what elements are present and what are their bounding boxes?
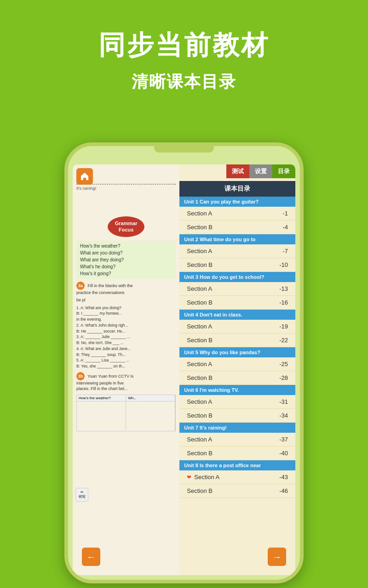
- weather-row-5: How's it going?: [80, 270, 172, 277]
- phone-screen: 测试 设置 目录 It's raining! Grammar Focus How…: [73, 164, 295, 575]
- weather-phrases-table: How's the weather? What are you doing? W…: [76, 241, 176, 279]
- grammar-focus-badge: Grammar Focus: [108, 216, 144, 237]
- weather-row-3: What are they doing?: [80, 256, 172, 263]
- dialogue-3a: 3. A: _______ Julie _______ ...: [76, 334, 176, 340]
- nav-left-arrow[interactable]: ←: [82, 548, 100, 566]
- raining-label: It's raining!: [73, 186, 179, 191]
- left-panel: It's raining! Grammar Focus How's the we…: [73, 164, 179, 575]
- toc-unit-2: Unit 2 What time do you go to: [179, 234, 295, 244]
- toc-section-u2b[interactable]: Section B -10: [179, 258, 295, 272]
- toc-section-u6b[interactable]: Section B -34: [179, 409, 295, 423]
- toc-unit-1: Unit 1 Can you play the guitar?: [179, 197, 295, 207]
- weather-row-1: How's the weather?: [80, 243, 172, 249]
- dialogue-1b: B: I _______ my homew...: [76, 311, 176, 317]
- dialogue-3b: B: No, she isn't. She ___ ...: [76, 340, 176, 346]
- exercise-3b: 3b Yuan Yuan from CCTV isinterviewing pe…: [76, 372, 176, 392]
- pencil-icon: ✏: [78, 490, 86, 494]
- toc-section-u7b[interactable]: Section B -40: [179, 447, 295, 460]
- toc-unit-8: Unit 8 Is there a post office near: [179, 460, 295, 470]
- dialogue-1c: in the evening.: [76, 317, 176, 322]
- toc-section-u1b[interactable]: Section B -4: [179, 220, 295, 234]
- toc-section-u5b[interactable]: Section B -28: [179, 371, 295, 385]
- weather-row-4: What's he doing?: [80, 263, 172, 270]
- toc-unit-7: Unit 7 It's raining!: [179, 423, 295, 433]
- phone-notch: [154, 146, 214, 153]
- header: 同步当前教材 清晰课本目录: [0, 0, 368, 93]
- toc-section-u3a[interactable]: Section A -13: [179, 282, 295, 296]
- nav-right-arrow[interactable]: →: [268, 548, 286, 566]
- toc-section-u3b[interactable]: Section B -16: [179, 296, 295, 310]
- chart-col-2: Wh...: [126, 395, 175, 401]
- toc-panel: 课本目录 Unit 1 Can you play the guitar? Sec…: [179, 164, 295, 575]
- settings-button[interactable]: 设置: [249, 164, 272, 178]
- dialogue-5b: B: Yes, she _______ on th...: [76, 363, 176, 369]
- chart-col-1: How's the weather?: [77, 395, 126, 401]
- exercise-label-3b: 3b: [76, 372, 85, 380]
- exercise-3a: 3a Fill in the blanks with thepractice t…: [76, 282, 176, 302]
- toc-header: 课本目录: [179, 181, 295, 197]
- dialogue-1a: 1. A: What are you doing?: [76, 305, 176, 311]
- sub-title: 清晰课本目录: [0, 71, 368, 93]
- exercise-label-3a: 3a: [76, 282, 85, 290]
- dialogue-2a: 2. A: What's John doing righ...: [76, 322, 176, 328]
- toc-section-u5a[interactable]: Section A -25: [179, 357, 295, 371]
- toc-unit-3: Unit 3 How do you get to school?: [179, 272, 295, 282]
- toc-unit-5: Unit 5 Why do you like pandas?: [179, 347, 295, 357]
- toc-section-u7a[interactable]: Section A -37: [179, 433, 295, 447]
- toc-section-u8a[interactable]: ❤ Section A -43: [179, 470, 295, 484]
- toc-unit-4: Unit 4 Don't eat in class.: [179, 310, 295, 320]
- blank-words: be pl: [76, 298, 176, 302]
- toc-section-u6a[interactable]: Section A -31: [179, 395, 295, 409]
- toc-section-u2a[interactable]: Section A -7: [179, 244, 295, 258]
- main-title: 同步当前教材: [0, 28, 368, 63]
- weather-row-2: What are you doing?: [80, 249, 172, 256]
- exercise-3a-text: Fill in the blanks with thepractice the …: [76, 283, 133, 295]
- toc-section-u4b[interactable]: Section B -22: [179, 334, 295, 347]
- dialogue-section: 1. A: What are you doing? B: I _______ m…: [76, 305, 176, 369]
- chart-data-row-2: [77, 409, 175, 416]
- toc-section-u4a[interactable]: Section A -19: [179, 320, 295, 334]
- chart-data-row-4: [77, 424, 175, 431]
- phone-mockup: 测试 设置 目录 It's raining! Grammar Focus How…: [64, 142, 304, 583]
- toc-section-u8b[interactable]: Section B -46: [179, 484, 295, 498]
- chart-data-row-1: [77, 401, 175, 409]
- toolbar: 测试 设置 目录: [226, 164, 295, 178]
- heart-icon: ❤: [187, 474, 191, 481]
- chart-header-row: How's the weather? Wh...: [77, 395, 175, 401]
- dialogue-4a: 4. A: What are Julie and Jane...: [76, 346, 176, 352]
- weather-chart: How's the weather? Wh...: [76, 395, 176, 431]
- exercise-3b-text: Yuan Yuan from CCTV isinterviewing peopl…: [76, 374, 133, 391]
- toc-button[interactable]: 目录: [272, 164, 295, 178]
- chart-data-row-3: [77, 416, 175, 424]
- home-button[interactable]: [76, 168, 93, 185]
- dialogue-2b: B: He _______ soccer. He...: [76, 328, 176, 334]
- toc-unit-6: Unit 6 I'm watching TV.: [179, 385, 295, 395]
- writing-label: 书写: [78, 494, 86, 499]
- dialogue-4b: B: They _______ soup. Th...: [76, 352, 176, 358]
- test-button[interactable]: 测试: [226, 164, 249, 178]
- toc-section-u1a[interactable]: Section A -1: [179, 207, 295, 220]
- writing-tool[interactable]: ✏ 书写: [75, 488, 88, 502]
- dialogue-5a: 5. A: _______ Lisa _______ ...: [76, 357, 176, 363]
